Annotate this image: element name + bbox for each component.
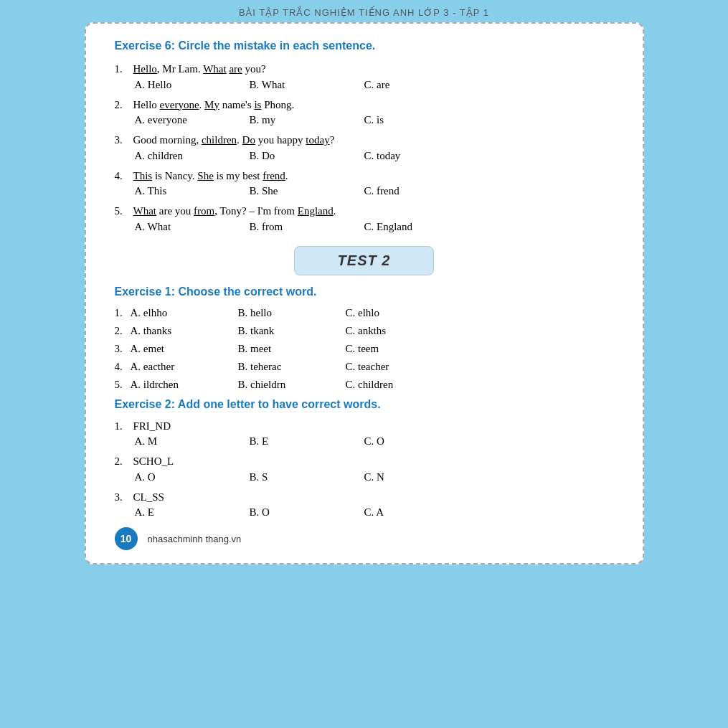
exercise1-q2: 2. A. thanks B. tkank C. ankths xyxy=(115,325,614,337)
footer-url: nhasachminh thang.vn xyxy=(148,534,242,544)
exercise6-title: Exercise 6: Circle the mistake in each s… xyxy=(115,39,614,52)
exercise2-q3: 3. CL_SS A. E B. O C. A xyxy=(115,489,614,519)
exercise1-q3: 3. A. emet B. meet C. teem xyxy=(115,343,614,355)
exercise1-title: Exercise 1: Choose the correct word. xyxy=(115,285,614,298)
exercise6-q3: 3. Good morning, children. Do you happy … xyxy=(115,132,614,162)
exercise2-q1: 1. FRI_ND A. M B. E C. O xyxy=(115,418,614,448)
footer: 10 nhasachminh thang.vn xyxy=(115,527,614,550)
exercise6-q5: 5. What are you from, Tony? – I'm from E… xyxy=(115,203,614,233)
exercise6-q2: 2. Hello everyone. My name's is Phong. A… xyxy=(115,97,614,127)
exercise1-q5: 5. A. ildrchen B. chieldrn C. children xyxy=(115,379,614,391)
exercise2-q2: 2. SCHO_L A. O B. S C. N xyxy=(115,453,614,483)
exercise2-title: Exercise 2: Add one letter to have corre… xyxy=(115,398,614,411)
page-number-circle: 10 xyxy=(115,527,138,550)
page-header: BÀI TẬP TRẮC NGHIỆM TIẾNG ANH LỚP 3 - TẬ… xyxy=(0,0,728,22)
main-card: Exercise 6: Circle the mistake in each s… xyxy=(85,22,644,564)
test-banner: TEST 2 xyxy=(115,246,614,275)
exercise6-q4: 4. This is Nancy. She is my best frend. … xyxy=(115,168,614,198)
exercise1-q4: 4. A. eacther B. teherac C. teacher xyxy=(115,361,614,373)
exercise6-q1: 1. Hello, Mr Lam. What are you? A. Hello… xyxy=(115,61,614,91)
exercise1-q1: 1. A. elhho B. hello C. elhlo xyxy=(115,307,614,319)
